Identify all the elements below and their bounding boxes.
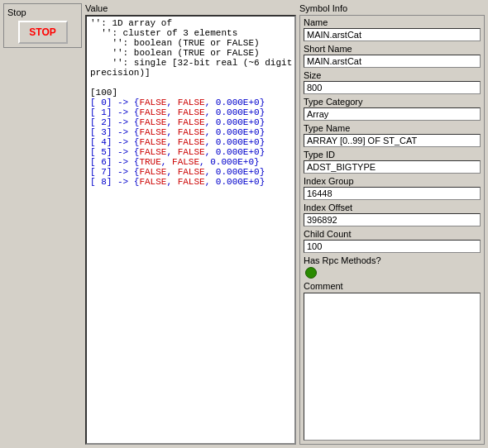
symbol-info-panel: Symbol Info Name MAIN.arstCat Short Name… — [299, 3, 485, 445]
child-count-label: Child Count — [304, 229, 481, 239]
size-label: Size — [304, 70, 481, 80]
index-offset-row: Index Offset 396892 — [300, 201, 484, 227]
index-group-label: Index Group — [304, 176, 481, 186]
stop-button[interactable]: STOP — [18, 21, 68, 44]
name-value: MAIN.arstCat — [304, 28, 481, 41]
type-category-label: Type Category — [304, 97, 481, 107]
stop-group: Stop STOP — [3, 3, 82, 48]
stop-label: Stop — [7, 7, 26, 17]
size-value: 800 — [304, 81, 481, 94]
index-offset-value: 396892 — [304, 213, 481, 226]
index-group-value: 16448 — [304, 187, 481, 200]
index-offset-label: Index Offset — [304, 203, 481, 212]
rpc-indicator — [305, 267, 317, 279]
type-id-label: Type ID — [304, 150, 481, 160]
value-content: '': 1D array of '': cluster of 3 element… — [87, 17, 294, 188]
has-rpc-row: Has Rpc Methods? — [300, 254, 484, 279]
index-group-row: Index Group 16448 — [300, 174, 484, 201]
comment-row: Comment — [300, 279, 484, 444]
comment-label: Comment — [304, 281, 481, 291]
type-name-row: Type Name ARRAY [0..99] OF ST_CAT — [300, 122, 484, 148]
short-name-label: Short Name — [304, 44, 481, 54]
type-id-value: ADST_BIGTYPE — [304, 160, 481, 174]
type-category-value: Array — [304, 107, 481, 121]
child-count-row: Child Count 100 — [300, 227, 484, 254]
child-count-value: 100 — [304, 240, 481, 253]
short-name-row: Short Name MAIN.arstCat — [300, 42, 484, 69]
has-rpc-label: Has Rpc Methods? — [304, 255, 481, 265]
value-label: Value — [85, 3, 296, 13]
type-category-row: Type Category Array — [300, 95, 484, 122]
value-scroll[interactable]: '': 1D array of '': cluster of 3 element… — [87, 17, 294, 443]
value-panel: Value '': 1D array of '': cluster of 3 e… — [85, 3, 296, 445]
symbol-info-title: Symbol Info — [299, 3, 485, 13]
size-row: Size 800 — [300, 69, 484, 95]
comment-box[interactable] — [304, 293, 481, 441]
name-label: Name — [304, 17, 481, 27]
type-name-value: ARRAY [0..99] OF ST_CAT — [304, 134, 481, 147]
symbol-info-body: Name MAIN.arstCat Short Name MAIN.arstCa… — [299, 15, 485, 445]
name-row: Name MAIN.arstCat — [300, 16, 484, 42]
type-id-row: Type ID ADST_BIGTYPE — [300, 148, 484, 174]
value-box[interactable]: '': 1D array of '': cluster of 3 element… — [85, 15, 296, 445]
type-name-label: Type Name — [304, 123, 481, 133]
short-name-value: MAIN.arstCat — [304, 55, 481, 68]
